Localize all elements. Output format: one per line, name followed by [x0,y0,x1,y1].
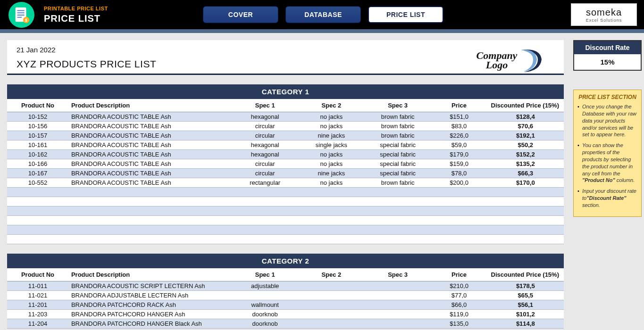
brand-tagline: Excel Solutions [586,18,622,23]
cell-product-no[interactable]: 11-203 [7,310,68,319]
cell-spec1: hexagonal [232,150,298,159]
category-2-block: CATEGORY 2 Product No Product Descriptio… [7,254,564,329]
svg-rect-3 [17,15,24,16]
table-row[interactable]: 10-161BRANDORA ACOUSTIC TABLE Ashhexagon… [7,140,564,150]
cell-spec2: no jacks [298,150,365,159]
info-box: PRICE LIST SECTION Once you change the D… [573,90,642,217]
cell-price: $78,0 [431,169,487,178]
cell-price: $210,0 [431,281,487,291]
category-2-table: Product No Product Description Spec 1 Sp… [7,268,564,329]
table-row[interactable]: 11-201BRANDORA PATCHCORD RACK Ashwallmou… [7,300,564,310]
cell-product-no[interactable]: 10-162 [7,150,68,159]
table-row-empty[interactable] [7,235,564,244]
cell-spec3: brown fabric [365,112,431,122]
info-bullet-1: Once you change the Database with your r… [577,103,638,138]
cell-product-no[interactable]: 11-201 [7,300,68,310]
nav-pricelist-button[interactable]: PRICE LIST [368,6,443,23]
cell-product-no[interactable]: 11-021 [7,291,68,300]
table-row[interactable]: 10-162BRANDORA ACOUSTIC TABLE Ashhexagon… [7,150,564,159]
table-row[interactable]: 10-167BRANDORA ACOUSTIC TABLE Ashcircula… [7,169,564,178]
cell-spec3 [365,281,431,291]
cell-spec2 [298,300,365,310]
nav-database-button[interactable]: DATABASE [285,6,361,23]
cell-discounted-price: $50,2 [487,140,564,150]
table-row-empty[interactable] [7,216,564,225]
table-row[interactable]: 11-204BRANDORA PATCHCORD HANGER Black As… [7,319,564,329]
cell-product-no[interactable]: 10-552 [7,178,68,188]
cell-price: $135,0 [431,319,487,329]
svg-rect-2 [17,12,24,13]
cell-spec1: circular [232,159,298,169]
discount-rate-value[interactable]: 15% [574,54,641,70]
cell-spec1: circular [232,169,298,178]
cell-discounted-price: $70,6 [487,122,564,131]
cell-spec3: brown fabric [365,178,431,188]
cell-spec3: brown fabric [365,122,431,131]
info-title: PRICE LIST SECTION [577,94,638,100]
cell-spec1: adjustable [232,281,298,291]
cell-product-no[interactable]: 10-157 [7,131,68,140]
table-row[interactable]: 10-166BRANDORA ACOUSTIC TABLE Ashcircula… [7,159,564,169]
cell-discounted-price: $135,2 [487,159,564,169]
table-row[interactable]: 10-157BRANDORA ACOUSTIC TABLE Ashcircula… [7,131,564,140]
cell-price: $151,0 [431,112,487,122]
discount-rate-label: Discount Rate [574,41,641,54]
cell-product-no[interactable]: 10-152 [7,112,68,122]
cell-spec2: no jacks [298,112,365,122]
table-row[interactable]: 11-011BRANDORA ACOUSTIC SCRIPT LECTERN A… [7,281,564,291]
cell-description: BRANDORA PATCHCORD HANGER Black Ash [68,319,232,329]
cell-spec2: nine jacks [298,169,365,178]
cell-product-no[interactable]: 10-161 [7,140,68,150]
table-row[interactable]: 11-021BRANDORA ADJUSTABLE LECTERN Ash$77… [7,291,564,300]
cell-product-no[interactable]: 10-167 [7,169,68,178]
header-title: PRICE LIST [44,13,108,24]
nav-cover-button[interactable]: COVER [203,6,278,23]
category-1-header: CATEGORY 1 [7,84,564,99]
cell-description: BRANDORA ADJUSTABLE LECTERN Ash [68,291,232,300]
cell-product-no[interactable]: 11-011 [7,281,68,291]
cell-description: BRANDORA ACOUSTIC TABLE Ash [68,140,232,150]
table-row-empty[interactable] [7,197,564,206]
cell-spec1: hexagonal [232,140,298,150]
app-logo-icon: $ [8,2,34,28]
cell-spec3 [365,310,431,319]
top-bar: $ PRINTABLE PRICE LIST PRICE LIST COVER … [0,0,644,29]
cell-price: $119,0 [431,310,487,319]
cell-spec2 [298,319,365,329]
category-1-block: CATEGORY 1 Product No Product Descriptio… [7,84,564,244]
table-row-empty[interactable] [7,206,564,216]
cell-description: BRANDORA PATCHCORD HANGER Ash [68,310,232,319]
cell-price: $59,0 [431,140,487,150]
cell-description: BRANDORA ACOUSTIC TABLE Ash [68,150,232,159]
table-row-empty[interactable] [7,225,564,235]
cell-spec3 [365,319,431,329]
table-row[interactable]: 10-152BRANDORA ACOUSTIC TABLE Ashhexagon… [7,112,564,122]
cell-spec2 [298,281,365,291]
category-1-table: Product No Product Description Spec 1 Sp… [7,99,564,244]
table-row-empty[interactable] [7,188,564,197]
table-row[interactable]: 11-203BRANDORA PATCHCORD HANGER Ashdoork… [7,310,564,319]
cell-product-no[interactable]: 10-156 [7,122,68,131]
cell-product-no[interactable]: 10-166 [7,159,68,169]
company-logo: CompanyLogo [469,44,550,77]
cell-product-no[interactable]: 11-204 [7,319,68,329]
table-header-row: Product No Product Description Spec 1 Sp… [7,268,564,281]
cell-spec1: rectangular [232,178,298,188]
cell-discounted-price: $56,1 [487,300,564,310]
cell-spec1: circular [232,122,298,131]
discount-rate-box: Discount Rate 15% [573,40,642,71]
info-bullet-3: Input your discount rate to"Discount Rat… [577,188,638,209]
cell-price: $66,0 [431,300,487,310]
cell-spec2: no jacks [298,159,365,169]
cell-discounted-price: $101,2 [487,310,564,319]
table-row[interactable]: 10-156BRANDORA ACOUSTIC TABLE Ashcircula… [7,122,564,131]
cell-spec3: special fabric [365,150,431,159]
cell-discounted-price: $128,4 [487,112,564,122]
cell-spec3: special fabric [365,159,431,169]
cell-spec1: hexagonal [232,112,298,122]
cell-spec2 [298,310,365,319]
cell-price: $200,0 [431,178,487,188]
table-row[interactable]: 10-552BRANDORA ACOUSTIC TABLE Ashrectang… [7,178,564,188]
cell-description: BRANDORA ACOUSTIC TABLE Ash [68,178,232,188]
cell-price: $83,0 [431,122,487,131]
